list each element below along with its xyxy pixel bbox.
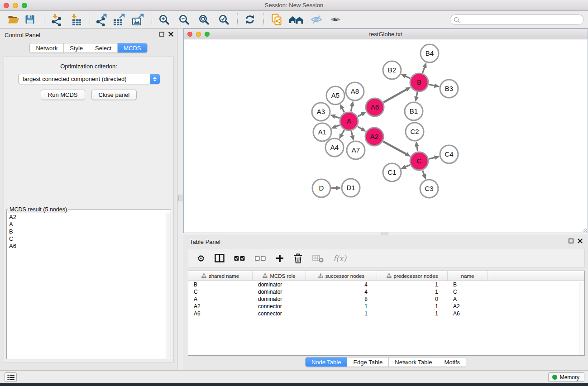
column-browser-button[interactable] [215, 254, 225, 262]
edge-A6-B[interactable] [383, 90, 406, 103]
edge-A-A5[interactable] [342, 108, 344, 112]
table-scrollbar[interactable] [579, 281, 584, 355]
result-scrollbar[interactable] [166, 213, 171, 359]
open-session-button[interactable] [5, 12, 22, 27]
edge-B-B1[interactable] [416, 92, 417, 97]
edge-C-C4[interactable] [429, 157, 435, 159]
table-cell[interactable]: 0 [377, 295, 448, 303]
run-mcds-button[interactable]: Run MCDS [41, 90, 85, 100]
export-image-button[interactable] [130, 12, 146, 27]
first-neighbors-button[interactable] [287, 12, 306, 27]
table-cell[interactable]: 1 [306, 310, 377, 317]
delete-table-button[interactable] [293, 253, 303, 263]
column-header-name[interactable]: name [448, 271, 488, 281]
edge-B-B3[interactable] [429, 85, 435, 86]
tab-style[interactable]: Style [64, 43, 89, 52]
column-header-MCDS-role[interactable]: MCDS role [253, 271, 306, 281]
mcds-result-item[interactable]: B [9, 228, 171, 235]
column-header-predecessor-nodes[interactable]: predecessor nodes [377, 271, 448, 281]
optimization-criterion-dropdown[interactable]: largest connected component (directed) [18, 74, 160, 84]
save-session-button[interactable] [22, 12, 38, 27]
show-all-button[interactable] [327, 12, 344, 27]
table-cell[interactable]: B [188, 281, 253, 288]
zoom-in-button[interactable] [156, 12, 172, 27]
select-all-columns-button[interactable] [234, 256, 245, 261]
tab-motifs[interactable]: Motifs [438, 357, 466, 367]
node-table[interactable]: shared nameMCDS rolesuccessor nodesprede… [188, 271, 585, 356]
close-panel-icon[interactable] [168, 32, 173, 37]
mcds-result-item[interactable]: C [9, 235, 171, 243]
table-row[interactable]: Adominator80A [188, 295, 584, 303]
tab-select[interactable]: Select [89, 43, 118, 52]
mcds-result-item[interactable]: A [9, 221, 171, 228]
table-row[interactable]: A2connector11A2 [188, 303, 584, 310]
tab-edge-table[interactable]: Edge Table [347, 357, 389, 367]
table-cell[interactable]: C [448, 288, 488, 295]
table-cell[interactable]: dominator [253, 281, 306, 288]
edge-A-A2[interactable] [358, 126, 362, 129]
export-network-button[interactable] [93, 12, 109, 27]
table-cell[interactable]: 1 [377, 310, 448, 317]
vertical-split-handle[interactable] [178, 195, 182, 201]
column-header-successor-nodes[interactable]: successor nodes [306, 271, 377, 281]
import-network-button[interactable] [48, 12, 64, 27]
table-cell[interactable]: A [448, 295, 488, 303]
table-cell[interactable]: connector [253, 310, 306, 317]
search-input[interactable] [462, 16, 583, 24]
table-cell[interactable]: 4 [306, 288, 377, 295]
close-table-panel-icon[interactable] [578, 238, 583, 243]
table-settings-button[interactable]: ⚙ [197, 254, 205, 263]
edge-A-A4[interactable] [341, 130, 344, 135]
edge-A2-C[interactable] [383, 142, 406, 154]
mcds-result-item[interactable]: A2 [9, 214, 171, 221]
table-row[interactable]: Bdominator41B [188, 281, 584, 288]
edge-B-B4[interactable] [422, 67, 425, 73]
tab-network-table[interactable]: Network Table [389, 357, 438, 367]
table-cell[interactable]: 4 [306, 281, 377, 288]
zoom-fit-button[interactable] [196, 12, 212, 27]
network-canvas[interactable]: AA1A2A3A4A5A6A7A8BB1B2B3B4CC1C2C3C4DD1 [184, 39, 588, 233]
memory-button[interactable]: Memory [548, 372, 584, 382]
network-graph[interactable]: AA1A2A3A4A5A6A7A8BB1B2B3B4CC1C2C3C4DD1 [184, 39, 588, 233]
zoom-selected-button[interactable] [215, 12, 232, 27]
mcds-result-item[interactable]: A6 [9, 243, 171, 250]
table-cell[interactable]: connector [253, 303, 306, 310]
table-cell[interactable]: 1 [377, 303, 448, 310]
tab-node-table[interactable]: Node Table [306, 357, 348, 367]
table-cell[interactable]: C [188, 288, 253, 295]
table-cell[interactable]: A2 [188, 303, 253, 310]
function-builder-button[interactable]: f(x) [333, 254, 346, 263]
edge-A-A1[interactable] [336, 125, 340, 127]
edge-A-A8[interactable] [351, 105, 352, 111]
table-cell[interactable]: A6 [188, 310, 253, 317]
table-cell[interactable]: A6 [448, 310, 488, 317]
edge-B-B2[interactable] [405, 76, 410, 78]
float-panel-icon[interactable] [159, 32, 164, 37]
refresh-view-button[interactable] [242, 12, 258, 27]
import-table-button[interactable] [68, 12, 84, 27]
table-cell[interactable]: A [188, 295, 253, 303]
table-cell[interactable]: A2 [448, 303, 488, 310]
edge-A-A6[interactable] [358, 114, 362, 116]
table-row[interactable]: Cdominator41C [188, 288, 584, 295]
new-network-from-selection-button[interactable] [268, 12, 285, 27]
horizontal-split-handle[interactable] [381, 232, 387, 235]
edge-C-C3[interactable] [422, 171, 424, 175]
zoom-out-button[interactable] [176, 12, 192, 27]
task-history-button[interactable] [5, 372, 17, 382]
hide-selected-button[interactable] [308, 12, 325, 27]
float-table-panel-icon[interactable] [569, 238, 574, 243]
tab-network[interactable]: Network [30, 43, 64, 52]
column-header-shared-name[interactable]: shared name [188, 271, 253, 281]
table-cell[interactable]: 1 [377, 281, 448, 288]
edge-C-C1[interactable] [406, 165, 410, 167]
add-column-button[interactable] [276, 254, 284, 262]
table-cell[interactable]: dominator [253, 295, 306, 303]
edge-A-A7[interactable] [351, 131, 353, 136]
table-cell[interactable]: B [448, 281, 488, 288]
export-table-button[interactable] [111, 12, 127, 27]
network-window-titlebar[interactable]: testGlobe.txt [184, 29, 588, 39]
table-row[interactable]: A6connector11A6 [188, 310, 584, 317]
edge-C-C2[interactable] [417, 146, 418, 152]
table-cell[interactable]: 1 [306, 303, 377, 310]
